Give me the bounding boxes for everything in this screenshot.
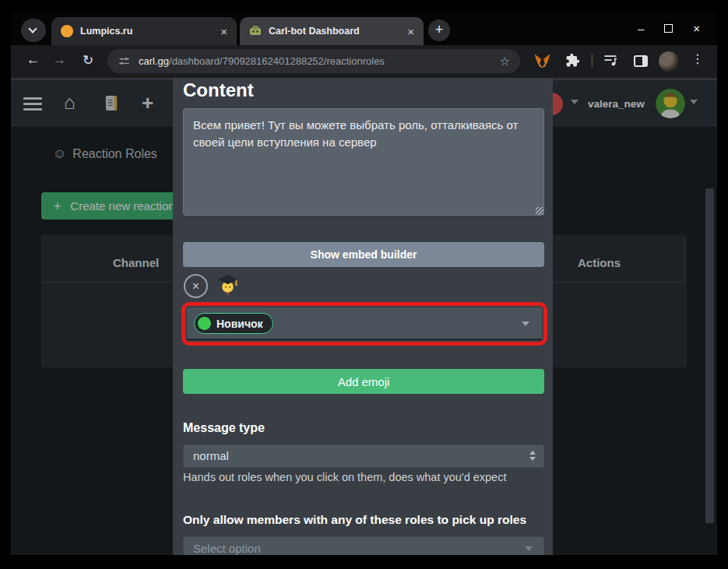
tab-title: Carl-bot Dashboard xyxy=(269,26,398,37)
tab-strip: Lumpics.ru × Carl-bot Dashboard × + – × xyxy=(11,11,717,45)
allowed-roles-select[interactable]: Select option xyxy=(183,536,544,555)
screenshot-root: Lumpics.ru × Carl-bot Dashboard × + – × xyxy=(0,0,728,569)
side-panel-icon[interactable] xyxy=(634,55,648,67)
tab-carlbot[interactable]: Carl-bot Dashboard × xyxy=(240,17,424,45)
allowed-roles-caret-icon[interactable] xyxy=(525,546,533,551)
remove-emoji-button[interactable]: × xyxy=(184,274,208,298)
browser-toolbar: ← → ↻ carl.gg/dashboard/7909281624012882… xyxy=(11,45,717,78)
metamask-icon[interactable] xyxy=(534,53,550,69)
reload-button[interactable]: ↻ xyxy=(83,52,93,68)
minimize-button[interactable]: – xyxy=(638,22,644,35)
role-select[interactable]: Новичок xyxy=(187,307,542,340)
maximize-button[interactable] xyxy=(664,24,673,33)
tab-search-button[interactable] xyxy=(21,19,46,42)
role-name-label: Новичок xyxy=(216,318,263,330)
site-settings-icon[interactable] xyxy=(118,54,131,68)
address-bar[interactable]: carl.gg/dashboard/790928162401288252/rea… xyxy=(107,49,520,73)
allowed-roles-placeholder: Select option xyxy=(193,542,261,555)
student-emoji-icon xyxy=(217,271,238,300)
page-scrollbar[interactable] xyxy=(705,188,714,523)
url-text: carl.gg/dashboard/790928162401288252/rea… xyxy=(139,55,385,67)
lumpics-favicon-icon xyxy=(61,25,73,37)
url-host: carl.gg xyxy=(139,55,169,67)
browser-menu-icon[interactable]: ⋮ xyxy=(691,51,704,66)
allowed-roles-label: Only allow members with any of these rol… xyxy=(183,513,526,527)
tab-title: Lumpics.ru xyxy=(80,26,211,37)
window-controls: – × xyxy=(638,11,717,45)
media-controls-icon[interactable] xyxy=(603,53,618,68)
reaction-role-modal: Content Всем привет! Тут вы можете выбра… xyxy=(173,78,553,555)
url-path: /dashboard/790928162401288252/reactionro… xyxy=(169,55,385,67)
close-window-button[interactable]: × xyxy=(693,22,700,35)
message-content-textarea[interactable]: Всем привет! Тут вы можете выбрать роль,… xyxy=(183,108,544,216)
message-type-select[interactable]: normal xyxy=(183,444,544,468)
toolbar-separator: | xyxy=(590,51,594,68)
tab-lumpics[interactable]: Lumpics.ru × xyxy=(51,17,237,45)
bookmark-star-icon[interactable]: ☆ xyxy=(500,54,520,68)
red-highlight-annotation: Новичок xyxy=(181,302,547,346)
forward-button[interactable]: → xyxy=(53,52,66,68)
tab-close-icon[interactable]: × xyxy=(211,25,237,38)
role-select-caret-icon[interactable] xyxy=(522,321,529,326)
message-type-label: Message type xyxy=(183,421,265,435)
content-heading: Content xyxy=(183,79,254,101)
back-button[interactable]: ← xyxy=(26,52,40,68)
carlbot-page: ⌂ + valera_new xyxy=(11,78,717,555)
carlbot-favicon-icon xyxy=(249,25,262,37)
message-type-value: normal xyxy=(193,449,229,462)
new-tab-button[interactable]: + xyxy=(428,19,450,41)
tab-close-icon[interactable]: × xyxy=(398,25,424,38)
textarea-resize-handle[interactable] xyxy=(536,207,543,215)
select-arrows-icon xyxy=(529,451,536,461)
chevron-down-icon xyxy=(28,24,37,33)
message-type-help-text: Hands out roles when you click on them, … xyxy=(183,471,506,483)
add-emoji-button[interactable]: Add emoji xyxy=(183,369,544,394)
show-embed-builder-button[interactable]: Show embed builder xyxy=(183,242,544,267)
browser-profile-avatar[interactable] xyxy=(659,51,679,72)
browser-window: Lumpics.ru × Carl-bot Dashboard × + – × xyxy=(11,11,717,555)
selected-role-pill[interactable]: Новичок xyxy=(194,313,273,334)
role-color-dot xyxy=(198,317,211,330)
extensions-icon[interactable] xyxy=(565,53,580,68)
